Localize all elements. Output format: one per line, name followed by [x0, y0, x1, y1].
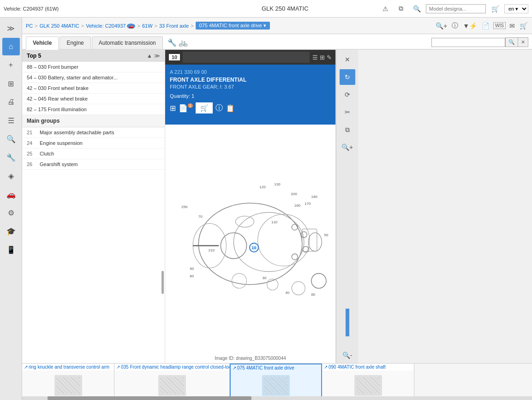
doc-icon[interactable]: 📄	[481, 21, 490, 30]
top5-title: Top 5	[27, 53, 41, 59]
sidebar-collapse-icon[interactable]: ≫	[2, 19, 20, 37]
svg-text:50: 50	[324, 233, 328, 237]
copy-icon[interactable]: ⧉	[395, 2, 407, 15]
part-quantity: Quantity: 1	[170, 93, 331, 99]
sidebar-add-icon[interactable]: +	[2, 56, 20, 74]
right-panel: ✕ ↻ ⟳ ✂ ⧉ 🔍+ 🔍-	[336, 50, 358, 363]
breadcrumb-61w[interactable]: 61W	[142, 23, 153, 29]
top5-item-3[interactable]: 42 – 045 Rear wheel brake	[22, 94, 165, 104]
svg-point-16	[311, 274, 326, 288]
rp-zoom-in-icon[interactable]: 🔍+	[340, 139, 355, 155]
scrollbar-thumb[interactable]	[48, 396, 251, 400]
svg-text:10: 10	[252, 245, 257, 250]
list-view-icon[interactable]: ☰	[312, 54, 318, 61]
center-panel: 10 ☰ ⊞ ✎ A 221 330 69 00 FRONT AXLE DIFF…	[165, 50, 336, 363]
svg-point-12	[235, 216, 254, 227]
top5-item-4[interactable]: 82 – 175 Front illumination	[22, 104, 165, 115]
mg-item-25[interactable]: 25 Clutch	[22, 149, 165, 159]
mg-item-26[interactable]: 26 Gearshift system	[22, 159, 165, 170]
mg-item-21[interactable]: 21 Major assembly detachable parts	[22, 127, 165, 138]
part-detail-card: A 221 330 69 00 FRONT AXLE DIFFERENTIAL …	[165, 65, 335, 125]
rp-layers-icon[interactable]: ⧉	[340, 122, 355, 137]
top5-item-0[interactable]: 88 – 030 Front bumper	[22, 62, 165, 72]
tab-search: 🔍 ✕	[431, 37, 528, 47]
sidebar-tag-icon[interactable]: ◈	[2, 167, 20, 185]
svg-text:130: 130	[274, 182, 281, 186]
diagram-area: 10 120 130 200 180 170 160 250 70 110 21…	[165, 125, 335, 363]
edit-icon[interactable]: ✎	[327, 54, 332, 61]
cart-bc-icon[interactable]: 🛒	[519, 21, 528, 30]
sidebar-wrench-icon[interactable]: 🔧	[2, 149, 20, 166]
sidebar-settings-icon[interactable]: ⚙	[2, 204, 20, 221]
thumb-img-0	[22, 370, 114, 400]
sidebar-search-icon[interactable]: 🔍	[2, 130, 20, 148]
cart-icon[interactable]: 🛒	[489, 2, 502, 15]
part-file-icon[interactable]: 📋	[226, 102, 235, 113]
sidebar-learn-icon[interactable]: 🎓	[2, 222, 20, 240]
tab-icon-1[interactable]: 🔧	[167, 38, 177, 47]
filter-icon[interactable]: ▼⚡	[462, 21, 478, 30]
thumb-img-3	[322, 370, 414, 400]
search-top-icon[interactable]: 🔍	[410, 2, 423, 15]
sidebar-tablet-icon[interactable]: 📱	[2, 241, 20, 258]
rp-cut-icon[interactable]: ✂	[340, 104, 355, 120]
grid-view-icon[interactable]: ⊞	[320, 54, 325, 61]
sidebar-home-icon[interactable]: ⌂	[2, 38, 20, 55]
thumb-item-0[interactable]: ↗ ring knuckle and transverse control ar…	[22, 364, 114, 400]
part-position-badge: 10	[169, 54, 180, 60]
sidebar-list-icon[interactable]: ☰	[2, 112, 20, 129]
thumb-item-1[interactable]: ↗ 035 Front dynamic headlamp range contr…	[114, 364, 230, 400]
svg-text:30: 30	[263, 276, 267, 280]
sidebar-parts-icon[interactable]: ⊞	[2, 75, 20, 92]
tab-engine[interactable]: Engine	[60, 36, 90, 49]
breadcrumb-pc[interactable]: PC	[26, 23, 33, 29]
part-table-icon[interactable]: ⊞	[170, 102, 176, 113]
svg-text:170: 170	[305, 202, 311, 206]
breadcrumb-glk[interactable]: GLK 250 4MATIC	[40, 23, 79, 29]
mg-item-24[interactable]: 24 Engine suspension	[22, 138, 165, 149]
rp-zoom-out-icon[interactable]: 🔍-	[340, 347, 355, 363]
thumb-item-2[interactable]: ↗ 075 4MATIC front axle drive	[230, 364, 322, 400]
sidebar-car-icon[interactable]: 🚗	[2, 185, 20, 203]
part-add-to-cart[interactable]: 🛒	[196, 102, 213, 113]
rp-sync-icon[interactable]: ↻	[340, 69, 355, 85]
part-actions: ⊞ 📄1 🛒 ⓘ 📋	[170, 102, 331, 113]
breadcrumb-active-dropdown[interactable]: 075 4MATIC front axle drive ▾	[196, 22, 270, 30]
tab-search-button[interactable]: 🔍	[505, 37, 518, 47]
rp-close-icon[interactable]: ✕	[340, 52, 355, 67]
tab-search-clear-button[interactable]: ✕	[518, 37, 528, 47]
mail-icon[interactable]: ✉	[508, 21, 516, 30]
info-icon[interactable]: ⓘ	[451, 21, 459, 31]
breadcrumb-front-axle[interactable]: 33 Front axle	[159, 23, 189, 29]
thumb-item-3[interactable]: ↗ 090 4MATIC front axle shaft	[322, 364, 414, 400]
image-id: Image ID: drawing_B33075000044	[215, 356, 286, 361]
zoom-icon[interactable]: 🔍+	[435, 21, 448, 30]
top5-item-2[interactable]: 42 – 030 Front wheel brake	[22, 83, 165, 94]
svg-text:210: 210	[209, 248, 215, 252]
top5-item-1[interactable]: 54 – 030 Battery, starter and alternator…	[22, 72, 165, 83]
thumb-img-1	[114, 370, 229, 400]
panel-scrollbar[interactable]	[161, 271, 164, 294]
svg-text:250: 250	[181, 205, 188, 209]
part-doc-icon[interactable]: 📄1	[179, 102, 193, 113]
sidebar-print-icon[interactable]: 🖨	[2, 93, 20, 111]
top5-list: 88 – 030 Front bumper 54 – 030 Battery, …	[22, 62, 165, 115]
lang-select[interactable]: en ▾	[504, 4, 528, 13]
top5-close-btn[interactable]: ≫	[154, 53, 160, 59]
breadcrumb-vehicle[interactable]: Vehicle: C204937 🚗	[86, 23, 135, 29]
top5-collapse-btn[interactable]: ▲	[147, 53, 152, 59]
tab-search-input[interactable]	[431, 38, 505, 47]
model-title: GLK 250 4MATIC	[191, 5, 379, 12]
rp-history-icon[interactable]: ⟳	[340, 87, 355, 102]
part-info-icon[interactable]: ⓘ	[215, 102, 223, 113]
main-groups: Main groups 21 Major assembly detachable…	[22, 115, 165, 363]
wis-icon[interactable]: WIS	[493, 22, 506, 29]
topbar: Vehicle: C204937 (61W) GLK 250 4MATIC ⚠ …	[0, 0, 532, 18]
tab-vehicle[interactable]: Vehicle	[26, 36, 59, 50]
svg-text:80: 80	[190, 274, 194, 278]
tab-automatic-transmission[interactable]: Automatic transmission	[92, 36, 163, 49]
model-search-input[interactable]	[426, 4, 486, 13]
tab-icon-2[interactable]: 🚲	[179, 38, 188, 47]
horizontal-scrollbar[interactable]	[22, 396, 532, 400]
warning-icon[interactable]: ⚠	[379, 2, 392, 15]
